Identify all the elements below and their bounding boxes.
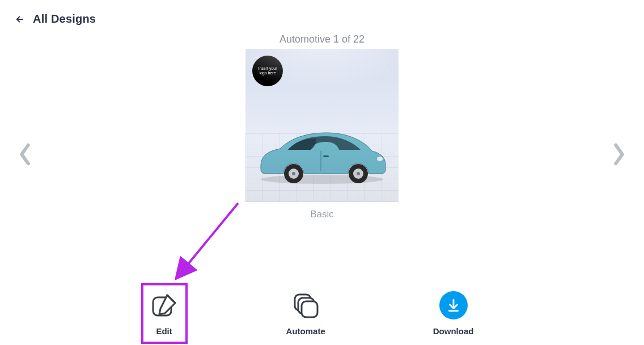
- edit-label: Edit: [156, 326, 172, 336]
- action-row: Edit Automate Download: [0, 291, 634, 336]
- edit-button[interactable]: Edit: [150, 291, 179, 336]
- logo-placeholder-badge: Insert your logo here: [252, 56, 283, 86]
- design-thumbnail[interactable]: Insert your logo here: [245, 49, 399, 202]
- edit-icon: [150, 291, 179, 319]
- download-icon: [439, 291, 468, 319]
- thumbnail-floor-grid: [245, 133, 399, 203]
- automate-button[interactable]: Automate: [286, 291, 325, 336]
- design-caption: Basic: [310, 209, 334, 220]
- svg-rect-13: [302, 301, 317, 317]
- back-arrow-icon[interactable]: [15, 14, 25, 24]
- download-button[interactable]: Download: [433, 291, 474, 336]
- download-label: Download: [433, 326, 474, 336]
- page-title: All Designs: [33, 12, 96, 26]
- automate-icon: [291, 291, 320, 319]
- header: All Designs: [0, 0, 644, 26]
- carousel-counter: Automotive 1 of 22: [279, 33, 365, 45]
- main-content: Automotive 1 of 22 Insert your logo here: [0, 26, 644, 220]
- automate-label: Automate: [286, 326, 325, 336]
